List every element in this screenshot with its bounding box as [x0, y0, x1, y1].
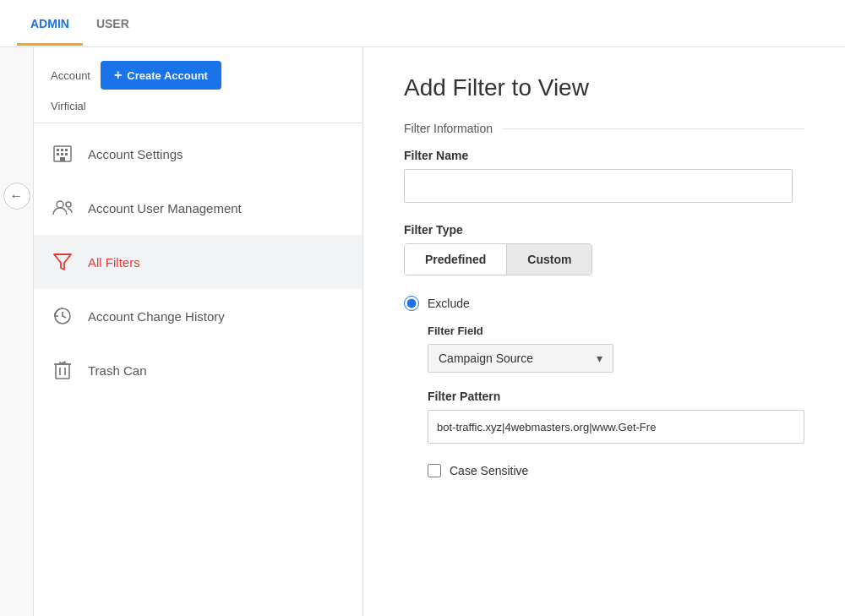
filter-field-selected: Campaign Source	[439, 352, 533, 365]
sidebar-item-change-history-label: Account Change History	[88, 309, 225, 324]
sidebar-header: Account + Create Account	[34, 47, 363, 96]
sub-fields: Filter Field Campaign Source ▾ Filter Pa…	[428, 324, 804, 477]
sidebar-divider	[34, 123, 363, 123]
sidebar-item-trash-can[interactable]: Trash Can	[34, 343, 363, 397]
sidebar-item-trash-can-label: Trash Can	[88, 363, 146, 378]
svg-point-8	[57, 201, 63, 208]
create-account-label: Create Account	[127, 69, 208, 82]
sidebar-item-all-filters-label: All Filters	[88, 255, 140, 270]
collapse-button[interactable]: ←	[3, 183, 30, 210]
plus-icon: +	[114, 68, 122, 83]
building-icon	[51, 142, 74, 166]
filter-pattern-label: Filter Pattern	[428, 390, 804, 403]
case-sensitive-label: Case Sensitive	[450, 464, 528, 477]
filter-name-label: Filter Name	[404, 149, 804, 162]
main-layout: ← Account + Create Account Virficial	[0, 47, 845, 616]
section-title: Filter Information	[404, 122, 804, 135]
page-title: Add Filter to View	[404, 74, 804, 101]
svg-rect-2	[61, 149, 63, 151]
svg-rect-3	[65, 149, 68, 151]
filter-name-input[interactable]	[404, 169, 793, 203]
radio-section: Exclude Filter Field Campaign Source ▾ F…	[404, 296, 804, 477]
svg-rect-4	[57, 153, 59, 155]
account-name: Virficial	[34, 96, 363, 123]
sidebar-item-account-settings-label: Account Settings	[88, 147, 183, 161]
exclude-radio-row: Exclude	[404, 296, 804, 311]
top-nav: ADMIN USER	[0, 0, 845, 47]
filter-type-label: Filter Type	[404, 223, 804, 237]
sidebar-item-account-settings[interactable]: Account Settings	[34, 127, 363, 181]
svg-rect-6	[65, 153, 68, 155]
sidebar-collapse-area: ←	[0, 47, 34, 616]
filter-type-toggle: Predefined Custom	[404, 243, 592, 275]
trash-icon	[51, 358, 74, 382]
sidebar-item-user-management[interactable]: Account User Management	[34, 181, 363, 235]
svg-point-9	[66, 202, 71, 207]
account-label: Account	[51, 69, 90, 82]
filter-field-label: Filter Field	[428, 324, 804, 337]
svg-rect-12	[56, 364, 69, 379]
case-sensitive-checkbox[interactable]	[428, 464, 441, 477]
filter-pattern-input[interactable]	[428, 410, 804, 444]
svg-marker-10	[54, 254, 71, 270]
svg-rect-7	[60, 157, 65, 161]
exclude-label: Exclude	[428, 297, 470, 310]
create-account-button[interactable]: + Create Account	[101, 61, 221, 90]
main-content: Add Filter to View Filter Information Fi…	[363, 47, 845, 616]
filter-type-group: Filter Type Predefined Custom	[404, 223, 804, 275]
svg-rect-1	[57, 149, 59, 151]
tab-user[interactable]: USER	[83, 2, 143, 46]
predefined-button[interactable]: Predefined	[405, 244, 507, 275]
dropdown-chevron-icon: ▾	[597, 352, 602, 365]
history-icon	[51, 304, 74, 328]
filter-pattern-group: Filter Pattern	[428, 390, 804, 444]
filter-name-group: Filter Name	[404, 149, 804, 203]
users-icon	[51, 196, 74, 220]
tab-admin[interactable]: ADMIN	[17, 2, 83, 46]
sidebar-item-user-management-label: Account User Management	[88, 201, 242, 215]
filter-icon	[51, 250, 74, 274]
filter-field-dropdown[interactable]: Campaign Source ▾	[428, 344, 613, 373]
sidebar-item-change-history[interactable]: Account Change History	[34, 289, 363, 343]
sidebar: Account + Create Account Virficial	[34, 47, 363, 616]
svg-rect-5	[61, 153, 63, 155]
exclude-radio[interactable]	[404, 296, 419, 311]
case-sensitive-row: Case Sensitive	[428, 464, 804, 477]
custom-button[interactable]: Custom	[507, 244, 592, 275]
sidebar-item-all-filters[interactable]: All Filters	[34, 235, 363, 289]
